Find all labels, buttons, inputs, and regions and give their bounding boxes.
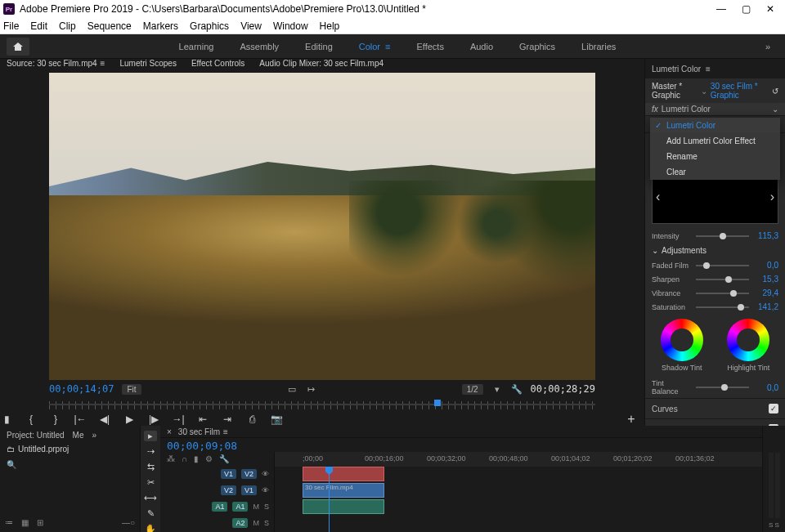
linked-selection-icon[interactable]: ∩ xyxy=(182,454,187,463)
timecode-out[interactable]: 00;00;28;29 xyxy=(531,383,595,395)
meter-solo-left[interactable]: S xyxy=(769,521,773,529)
go-to-in-button[interactable]: |← xyxy=(74,413,87,426)
clip-audio[interactable] xyxy=(303,499,384,514)
workspace-tab-effects[interactable]: Effects xyxy=(416,42,443,51)
tint-balance-slider[interactable] xyxy=(696,387,749,388)
track-v2-label[interactable]: V2 xyxy=(241,469,257,479)
source-tab-0[interactable]: Source: 30 sec Film.mp4 ≡ xyxy=(7,59,105,68)
menu-clip[interactable]: Clip xyxy=(59,20,76,32)
pen-tool[interactable]: ✎ xyxy=(144,508,157,519)
sequence-tab[interactable]: 30 sec Film ≡ xyxy=(178,427,228,436)
list-view-button[interactable]: ≔ xyxy=(5,518,13,527)
maximize-button[interactable]: ▢ xyxy=(741,4,751,14)
workspace-tab-learning[interactable]: Learning xyxy=(179,42,214,51)
slip-tool[interactable]: ⟷ xyxy=(144,493,157,503)
highlight-tint-wheel[interactable] xyxy=(727,319,769,361)
timeline-timecode[interactable]: 00;00;09;08 xyxy=(160,438,762,452)
crumb-master[interactable]: Master * Graphic xyxy=(652,82,698,100)
lumetri-effect-dropdown[interactable]: fx Lumetri Color ⌄ Lumetri ColorAdd Lume… xyxy=(645,103,785,115)
timeline-ruler[interactable]: ;00;0000;00;16;0000;00;32;0000;00;48;000… xyxy=(275,452,762,467)
slider-value[interactable]: 15,3 xyxy=(754,275,778,284)
intensity-slider[interactable] xyxy=(696,235,749,237)
slider-track[interactable] xyxy=(696,265,749,266)
slider-track[interactable] xyxy=(696,293,749,294)
lumetri-menu-item-3[interactable]: Clear xyxy=(650,164,780,180)
project-search-input[interactable] xyxy=(16,460,133,469)
menu-file[interactable]: File xyxy=(3,20,19,32)
track-a2-mute[interactable]: M xyxy=(253,519,259,527)
workspace-tab-assembly[interactable]: Assembly xyxy=(240,42,279,51)
play-button[interactable]: ▶ xyxy=(123,413,136,426)
media-tab[interactable]: Me xyxy=(73,431,84,440)
step-back-button[interactable]: ◀| xyxy=(98,413,111,426)
freeform-view-button[interactable]: ⊞ xyxy=(37,518,43,527)
track-v1-source[interactable]: V1 xyxy=(221,469,236,479)
track-a1-label[interactable]: A1 xyxy=(232,502,248,512)
zoom-fit-select[interactable]: Fit xyxy=(122,384,141,395)
minimize-button[interactable]: — xyxy=(716,4,726,14)
menu-graphics[interactable]: Graphics xyxy=(190,20,229,32)
lumetri-section-curves[interactable]: Curves✓ xyxy=(645,398,785,418)
timecode-in[interactable]: 00;00;14;07 xyxy=(49,383,114,395)
track-a2-label[interactable]: A2 xyxy=(232,518,248,528)
output-icon[interactable]: ↦ xyxy=(306,383,317,395)
wrench-icon[interactable]: 🔧 xyxy=(219,454,229,463)
timeline-playhead[interactable] xyxy=(329,467,330,532)
workspace-tab-graphics[interactable]: Graphics xyxy=(519,42,555,51)
tint-balance-value[interactable]: 0,0 xyxy=(754,383,778,392)
monitor-scrub-bar[interactable] xyxy=(49,398,595,411)
workspace-tab-editing[interactable]: Editing xyxy=(305,42,333,51)
camera-icon[interactable]: 📷 xyxy=(270,413,283,426)
lumetri-menu-item-2[interactable]: Rename xyxy=(650,149,780,164)
mark-out-button[interactable]: } xyxy=(49,413,62,426)
source-tab-1[interactable]: Lumetri Scopes xyxy=(119,59,176,68)
close-button[interactable]: ✕ xyxy=(765,4,775,14)
track-v1-toggle[interactable]: 👁 xyxy=(262,486,269,494)
mark-in-button[interactable]: { xyxy=(25,413,38,426)
razor-tool[interactable]: ✂ xyxy=(144,477,157,488)
adjustments-header[interactable]: ⌄ Adjustments xyxy=(645,243,785,258)
menu-sequence[interactable]: Sequence xyxy=(87,20,132,32)
lumetri-panel-header[interactable]: Lumetri Color ≡ xyxy=(645,59,785,78)
program-monitor-video[interactable] xyxy=(49,73,595,380)
track-v2-toggle[interactable]: 👁 xyxy=(262,470,269,478)
track-v1-label[interactable]: V1 xyxy=(241,485,257,495)
track-select-tool[interactable]: ⇢ xyxy=(144,446,157,457)
menu-window[interactable]: Window xyxy=(273,20,308,32)
menu-view[interactable]: View xyxy=(240,20,262,32)
track-v2-source[interactable]: V2 xyxy=(221,485,236,495)
workspace-overflow-button[interactable]: » xyxy=(765,42,778,51)
project-tab[interactable]: Project: Untitled xyxy=(7,431,65,440)
settings-wrench-icon[interactable]: 🔧 xyxy=(511,383,523,395)
shadow-tint-wheel[interactable] xyxy=(661,319,703,361)
clip-video[interactable]: 30 sec Film.mp4 xyxy=(303,483,384,498)
menu-markers[interactable]: Markers xyxy=(143,20,178,32)
chevron-down-icon[interactable]: ▾ xyxy=(491,383,503,395)
go-to-out-button[interactable]: →| xyxy=(172,413,185,426)
step-forward-button[interactable]: |▶ xyxy=(147,413,160,426)
selection-tool[interactable]: ▸ xyxy=(144,431,157,441)
menu-help[interactable]: Help xyxy=(320,20,340,32)
section-check[interactable]: ✓ xyxy=(769,404,778,414)
button-editor-plus[interactable]: + xyxy=(625,413,638,426)
resolution-select[interactable]: 1/2 xyxy=(462,384,483,395)
add-marker-button[interactable]: ▮ xyxy=(0,413,13,426)
panel-menu-icon[interactable]: ≡ xyxy=(706,65,711,74)
hand-tool[interactable]: ✋ xyxy=(144,524,157,532)
meter-solo-right[interactable]: S xyxy=(775,521,779,529)
export-frame-button[interactable]: ⎙ xyxy=(245,413,258,426)
track-a1-mute[interactable]: M xyxy=(253,503,259,511)
slider-track[interactable] xyxy=(696,306,749,308)
look-prev-button[interactable]: ‹ xyxy=(656,190,660,204)
zoom-slider-handle[interactable]: —○ xyxy=(122,518,135,527)
look-next-button[interactable]: › xyxy=(770,190,774,204)
workspace-tab-color[interactable]: Color ≡ xyxy=(359,42,391,51)
playhead-marker[interactable] xyxy=(434,400,441,406)
source-tab-2[interactable]: Effect Controls xyxy=(191,59,244,68)
slider-value[interactable]: 141,2 xyxy=(754,302,778,311)
lumetri-menu-item-0[interactable]: Lumetri Color xyxy=(650,118,780,133)
slider-value[interactable]: 0,0 xyxy=(754,261,778,270)
safe-margins-icon[interactable]: ▭ xyxy=(286,383,298,395)
panel-overflow-icon[interactable]: » xyxy=(92,431,97,440)
track-a2-solo[interactable]: S xyxy=(264,519,269,527)
